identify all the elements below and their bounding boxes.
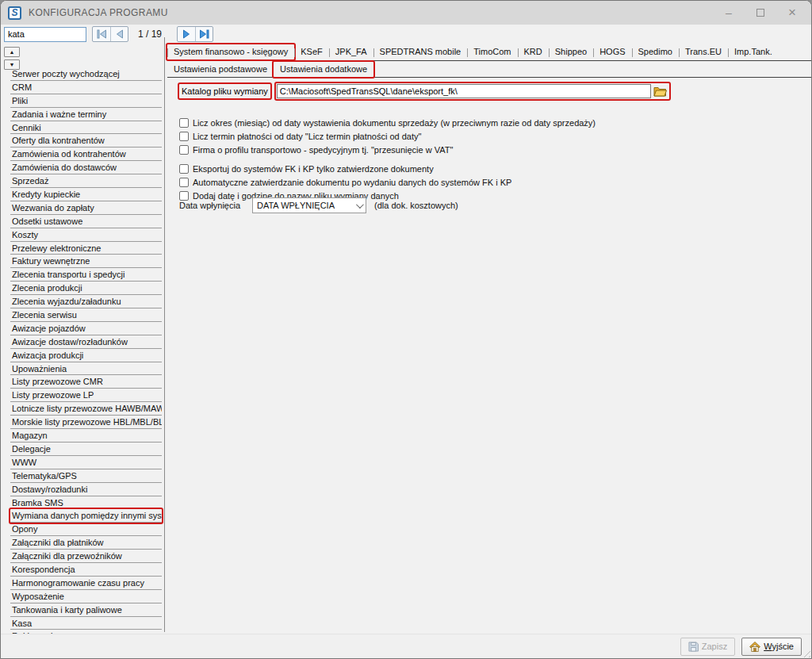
sidebar-item-label: Zadania i ważne terminy <box>12 109 106 119</box>
main-tab[interactable]: KRD <box>518 44 549 59</box>
sidebar-item[interactable]: Morskie listy przewozowe HBL/MBL/BL <box>10 416 162 429</box>
go-first-button[interactable] <box>93 27 110 41</box>
sub-tab[interactable]: Ustawienia podstawowe <box>167 62 274 77</box>
sidebar-item[interactable]: Listy przewozowe CMR <box>10 375 162 389</box>
main-tab[interactable]: HOGS <box>593 44 631 59</box>
minimize-icon[interactable]: – <box>713 1 745 25</box>
save-button-label: Zapisz <box>702 642 727 651</box>
checkbox[interactable] <box>179 118 189 128</box>
checkbox[interactable] <box>179 145 189 155</box>
main-tab[interactable]: KSeF <box>294 44 329 59</box>
main-tab-strip: System finansowo - księgowy KSeF JPK_FA … <box>167 44 811 61</box>
sidebar-item[interactable]: Serwer poczty wychodzącej <box>10 67 162 81</box>
main-tab[interactable]: TimoCom <box>467 44 517 59</box>
main-tab[interactable]: Imp.Tank. <box>728 44 779 59</box>
checkbox[interactable] <box>179 164 189 174</box>
go-first-icon <box>97 29 107 39</box>
sidebar-item[interactable]: Upoważnienia <box>10 362 162 376</box>
sidebar-item[interactable]: Delegacje <box>10 443 162 456</box>
sidebar-item[interactable]: Załączniki dla przewoźników <box>10 550 162 563</box>
sidebar-item[interactable]: Magazyn <box>10 429 162 443</box>
sidebar-item[interactable]: Zlecenia wyjazdu/załadunku <box>10 295 162 308</box>
sidebar-item[interactable]: CRM <box>10 81 162 94</box>
main-tab[interactable]: JPK_FA <box>329 44 373 59</box>
main-tab[interactable]: System finansowo - księgowy <box>167 44 294 59</box>
sidebar-item[interactable]: Załączniki dla płatników <box>10 536 162 550</box>
sidebar-item[interactable]: Koszty <box>10 228 162 242</box>
checkbox[interactable] <box>179 178 189 187</box>
sidebar-item[interactable]: Awizacje dostaw/rozładunków <box>10 335 162 349</box>
main-tab[interactable]: Shippeo <box>549 44 593 59</box>
sidebar-item-label: Kredyty kupieckie <box>12 190 80 199</box>
sidebar-item[interactable]: Zlecenia transportu i spedycji <box>10 268 162 282</box>
sidebar-item[interactable]: Sprzedaż <box>10 174 162 188</box>
sidebar-item[interactable]: Zlecenia produkcji <box>10 282 162 295</box>
sidebar-item[interactable]: Odsetki ustawowe <box>10 215 162 228</box>
sidebar-item[interactable]: Pliki <box>10 94 162 108</box>
search-input[interactable] <box>4 27 86 42</box>
title-bar: S KONFIGURACJA PROGRAMU – × <box>1 1 811 25</box>
sidebar-item[interactable]: Wezwania do zapłaty <box>10 201 162 215</box>
go-previous-button[interactable] <box>110 27 128 41</box>
main-tab[interactable]: Spedimo <box>632 44 679 59</box>
exit-button[interactable]: Wyjście <box>741 638 802 656</box>
sidebar-item[interactable]: Przelewy elektroniczne <box>10 242 162 255</box>
sidebar-item[interactable]: Kredyty kupieckie <box>10 188 162 201</box>
sidebar-item-label: Listy przewozowe CMR <box>12 377 103 386</box>
sidebar-item[interactable]: Zadania i ważne terminy <box>10 108 162 121</box>
checkbox-row[interactable]: Firma o profilu transportowo - spedycyjn… <box>179 144 596 156</box>
sidebar-item[interactable]: Zamówienia od kontrahentów <box>10 148 162 161</box>
sidebar-item[interactable]: Dostawy/rozładunki <box>10 483 162 496</box>
main-tab[interactable]: SPEDTRANS mobile <box>373 44 468 59</box>
sub-tab-strip: Ustawienia podstawowe Ustawienia dodatko… <box>167 62 811 78</box>
checkbox-row[interactable]: Licz termin płatności od daty "Licz term… <box>179 130 596 143</box>
tab-label: Imp.Tank. <box>734 47 772 56</box>
sidebar-item-label: Awizacja produkcji <box>12 351 83 360</box>
sidebar-item-label: Wezwania do zapłaty <box>12 203 94 213</box>
sidebar-item-label: Pliki <box>12 96 28 105</box>
sidebar-item-label: Przelewy elektroniczne <box>12 243 102 253</box>
tab-label: Spedimo <box>638 47 672 56</box>
browse-folder-button[interactable] <box>653 84 668 98</box>
sidebar-item[interactable]: WWW <box>10 456 162 469</box>
sidebar-item[interactable]: Wymiana danych pomiędzy innymi systemami <box>10 509 162 523</box>
sidebar-item[interactable]: Listy przewozowe LP <box>10 389 162 402</box>
sidebar-item[interactable]: Telematyka/GPS <box>10 469 162 483</box>
checkbox-label: Firma o profilu transportowo - spedycyjn… <box>193 145 453 155</box>
sidebar-item[interactable]: Bramka SMS <box>10 496 162 510</box>
sub-tab[interactable]: Ustawienia dodatkowe <box>274 62 373 77</box>
sidebar-item[interactable]: Korespondencja <box>10 563 162 577</box>
sidebar-item[interactable]: Oferty dla kontrahentów <box>10 134 162 148</box>
checkbox-row[interactable]: Licz okres (miesiąc) od daty wystawienia… <box>179 117 596 129</box>
sidebar-item[interactable]: Tankowania i karty paliwowe <box>10 603 162 617</box>
sidebar-item-label: Serwer poczty wychodzącej <box>12 69 120 79</box>
sidebar-item[interactable]: Awizacje pojazdów <box>10 322 162 335</box>
sidebar-item[interactable]: Zamówienia do dostawców <box>10 161 162 174</box>
sidebar-item-label: Magazyn <box>12 431 48 440</box>
checkbox[interactable] <box>179 132 189 141</box>
content-area: System finansowo - księgowy KSeF JPK_FA … <box>165 37 811 634</box>
main-tab[interactable]: Trans.EU <box>679 44 728 59</box>
sidebar-item[interactable]: Lotnicze listy przewozowe HAWB/MAWB <box>10 402 162 416</box>
sidebar-item[interactable]: Kasa <box>10 617 162 630</box>
sidebar-item[interactable]: Faktury wewnętrzne <box>10 255 162 268</box>
checkbox-row[interactable]: Eksportuj do systemów FK i KP tylko zatw… <box>179 163 511 175</box>
sidebar-item[interactable]: Harmonogramowanie czasu pracy <box>10 577 162 590</box>
checkbox-label: Licz okres (miesiąc) od daty wystawienia… <box>193 118 596 128</box>
sidebar-item-label: Telematyka/GPS <box>12 471 77 481</box>
sidebar-item[interactable]: Opony <box>10 523 162 536</box>
receipt-date-select[interactable]: DATA WPŁYNIĘCIA <box>252 197 366 213</box>
sidebar-item[interactable]: Zlecenia serwisu <box>10 308 162 322</box>
exchange-folder-row: Katalog pliku wymiany <box>179 83 669 99</box>
sidebar-item-label: Zamówienia od kontrahentów <box>12 149 126 159</box>
save-button[interactable]: Zapisz <box>680 638 735 656</box>
sidebar-item[interactable]: Cenniki <box>10 121 162 135</box>
sidebar-item[interactable]: Wyposażenie <box>10 590 162 603</box>
close-icon[interactable]: × <box>776 1 808 25</box>
sidebar-item[interactable]: Awizacja produkcji <box>10 349 162 362</box>
checkbox-row[interactable]: Automatyczne zatwierdzanie dokumentu po … <box>179 176 511 189</box>
scroll-up-icon[interactable]: ▲ <box>4 47 20 57</box>
window-title: KONFIGURACJA PROGRAMU <box>29 7 168 18</box>
maximize-icon[interactable] <box>745 1 776 25</box>
exchange-folder-input[interactable] <box>277 84 651 98</box>
